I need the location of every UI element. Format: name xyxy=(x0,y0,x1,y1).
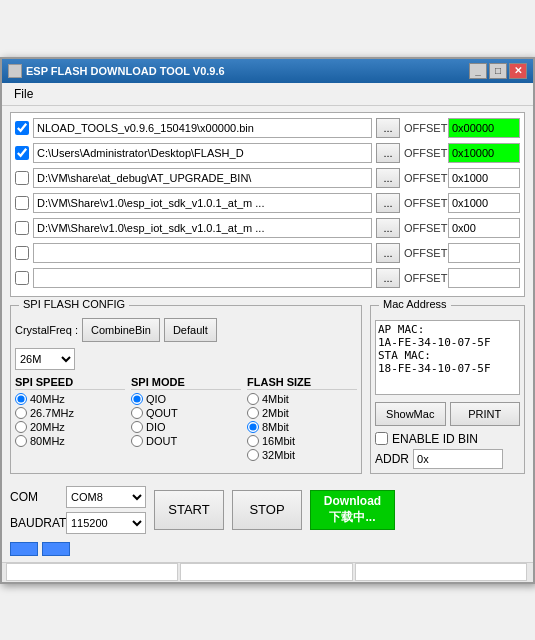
download-line2: 下载中... xyxy=(311,510,394,526)
bottom-controls: COM COM8 COM1 COM2 COM3 BAUDRATE: 115200… xyxy=(10,482,525,538)
label-80mhz: 80MHz xyxy=(30,435,65,447)
addr-row: ADDR xyxy=(375,449,520,469)
radio-dio[interactable] xyxy=(131,421,143,433)
radio-qout[interactable] xyxy=(131,407,143,419)
file-path-input-2[interactable] xyxy=(33,143,372,163)
label-40mhz: 40MHz xyxy=(30,393,65,405)
radio-80mhz[interactable] xyxy=(15,435,27,447)
spi-mode-title: SPI MODE xyxy=(131,376,241,390)
file-checkbox-1[interactable] xyxy=(15,121,29,135)
radio-row-20mhz: 20MHz xyxy=(15,421,125,433)
progress-bar-area xyxy=(10,542,525,556)
download-button[interactable]: Download 下载中... xyxy=(310,490,395,530)
browse-btn-4[interactable]: ... xyxy=(376,193,400,213)
flash-size-title: FLASH SIZE xyxy=(247,376,357,390)
title-bar: ESP FLASH DOWNLOAD TOOL V0.9.6 _ □ ✕ xyxy=(2,59,533,83)
radio-row-16mbit: 16Mbit xyxy=(247,435,357,447)
download-line1: Download xyxy=(311,494,394,510)
mac-text-area[interactable]: AP MAC: 1A-FE-34-10-07-5F STA MAC: 18-FE… xyxy=(375,320,520,395)
file-checkbox-5[interactable] xyxy=(15,221,29,235)
status-bar xyxy=(2,562,533,582)
offset-input-2[interactable] xyxy=(448,143,520,163)
baud-label: BAUDRATE: xyxy=(10,516,62,530)
label-16mbit: 16Mbit xyxy=(262,435,295,447)
menu-file[interactable]: File xyxy=(6,85,41,103)
browse-btn-5[interactable]: ... xyxy=(376,218,400,238)
offset-label-7: OFFSET xyxy=(404,272,444,284)
crystal-freq-select[interactable]: 26M 40M xyxy=(15,348,75,370)
status-panel-3 xyxy=(355,563,527,581)
window-title: ESP FLASH DOWNLOAD TOOL V0.9.6 xyxy=(26,65,225,77)
com-label: COM xyxy=(10,490,62,504)
radio-qio[interactable] xyxy=(131,393,143,405)
radio-32mbit[interactable] xyxy=(247,449,259,461)
file-path-input-5[interactable] xyxy=(33,218,372,238)
minimize-button[interactable]: _ xyxy=(469,63,487,79)
addr-input[interactable] xyxy=(413,449,503,469)
offset-input-4[interactable] xyxy=(448,193,520,213)
combine-bin-button[interactable]: CombineBin xyxy=(82,318,160,342)
mac-buttons: ShowMac PRINT xyxy=(375,402,520,426)
file-path-input-4[interactable] xyxy=(33,193,372,213)
enable-id-label: ENABLE ID BIN xyxy=(392,432,478,446)
start-button[interactable]: START xyxy=(154,490,224,530)
radio-2mbit[interactable] xyxy=(247,407,259,419)
file-path-input-6[interactable] xyxy=(33,243,372,263)
addr-label: ADDR xyxy=(375,452,409,466)
offset-input-1[interactable] xyxy=(448,118,520,138)
offset-label-1: OFFSET xyxy=(404,122,444,134)
file-row: ... OFFSET xyxy=(15,167,520,189)
file-checkbox-7[interactable] xyxy=(15,271,29,285)
label-dio: DIO xyxy=(146,421,166,433)
file-checkbox-2[interactable] xyxy=(15,146,29,160)
three-col-settings: SPI SPEED 40MHz 26.7MHz 20MHz xyxy=(15,376,357,463)
baud-row: BAUDRATE: 115200 9600 57600 xyxy=(10,512,146,534)
browse-btn-2[interactable]: ... xyxy=(376,143,400,163)
offset-input-7[interactable] xyxy=(448,268,520,288)
label-4mbit: 4Mbit xyxy=(262,393,289,405)
offset-input-5[interactable] xyxy=(448,218,520,238)
radio-dout[interactable] xyxy=(131,435,143,447)
radio-4mbit[interactable] xyxy=(247,393,259,405)
radio-40mhz[interactable] xyxy=(15,393,27,405)
show-mac-button[interactable]: ShowMac xyxy=(375,402,446,426)
enable-id-bin-checkbox[interactable] xyxy=(375,432,388,445)
progress-segment-2 xyxy=(42,542,70,556)
file-row: ... OFFSET xyxy=(15,242,520,264)
print-button[interactable]: PRINT xyxy=(450,402,521,426)
file-rows-container: ... OFFSET ... OFFSET ... OFFSET xyxy=(10,112,525,297)
file-path-input-7[interactable] xyxy=(33,268,372,288)
browse-btn-6[interactable]: ... xyxy=(376,243,400,263)
radio-26mhz[interactable] xyxy=(15,407,27,419)
label-26mhz: 26.7MHz xyxy=(30,407,74,419)
maximize-button[interactable]: □ xyxy=(489,63,507,79)
label-qout: QOUT xyxy=(146,407,178,419)
spi-mode-group: SPI MODE QIO QOUT DIO xyxy=(131,376,241,463)
radio-16mbit[interactable] xyxy=(247,435,259,447)
file-checkbox-3[interactable] xyxy=(15,171,29,185)
browse-btn-1[interactable]: ... xyxy=(376,118,400,138)
radio-8mbit[interactable] xyxy=(247,421,259,433)
offset-label-3: OFFSET xyxy=(404,172,444,184)
flash-size-group: FLASH SIZE 4Mbit 2Mbit 8Mbit xyxy=(247,376,357,463)
mac-section-title: Mac Address xyxy=(379,298,451,310)
enable-id-row: ENABLE ID BIN xyxy=(375,432,520,446)
stop-button[interactable]: STOP xyxy=(232,490,302,530)
default-button[interactable]: Default xyxy=(164,318,217,342)
offset-input-3[interactable] xyxy=(448,168,520,188)
spi-speed-group: SPI SPEED 40MHz 26.7MHz 20MHz xyxy=(15,376,125,463)
close-button[interactable]: ✕ xyxy=(509,63,527,79)
file-checkbox-4[interactable] xyxy=(15,196,29,210)
label-dout: DOUT xyxy=(146,435,177,447)
file-path-input-1[interactable] xyxy=(33,118,372,138)
baud-select[interactable]: 115200 9600 57600 xyxy=(66,512,146,534)
radio-20mhz[interactable] xyxy=(15,421,27,433)
offset-label-2: OFFSET xyxy=(404,147,444,159)
browse-btn-3[interactable]: ... xyxy=(376,168,400,188)
offset-input-6[interactable] xyxy=(448,243,520,263)
browse-btn-7[interactable]: ... xyxy=(376,268,400,288)
crystal-row: CrystalFreq : CombineBin Default xyxy=(15,318,357,342)
com-select[interactable]: COM8 COM1 COM2 COM3 xyxy=(66,486,146,508)
file-checkbox-6[interactable] xyxy=(15,246,29,260)
file-path-input-3[interactable] xyxy=(33,168,372,188)
